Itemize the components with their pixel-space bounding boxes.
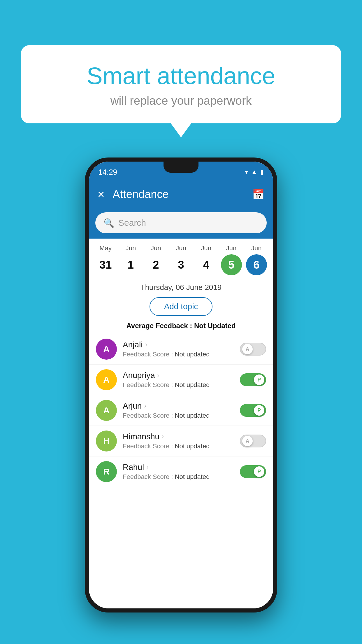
student-feedback: Feedback Score : Not updated (123, 381, 234, 389)
cal-month-label: Jun (226, 244, 236, 252)
calendar-day-31[interactable]: May31 (95, 244, 116, 275)
student-name[interactable]: Rahul › (123, 463, 234, 472)
student-info: Himanshu ›Feedback Score : Not updated (123, 432, 234, 450)
signal-icon: ▲ (251, 168, 257, 176)
student-item: AAnjali ›Feedback Score : Not updatedA (89, 334, 273, 365)
calendar-day-1[interactable]: Jun1 (120, 244, 141, 275)
student-avatar: H (96, 430, 117, 452)
phone-notch (164, 162, 198, 173)
search-bar[interactable]: 🔍 Search (95, 212, 267, 233)
student-item: AAnupriya ›Feedback Score : Not updatedP (89, 365, 273, 395)
calendar-day-3[interactable]: Jun3 (171, 244, 191, 275)
feedback-value: Not updated (175, 442, 210, 450)
student-list: AAnjali ›Feedback Score : Not updatedAAA… (89, 334, 273, 608)
student-avatar: A (96, 339, 117, 360)
attendance-toggle[interactable]: P (240, 373, 266, 386)
close-button[interactable]: × (98, 188, 104, 201)
student-info: Arjun ›Feedback Score : Not updated (123, 401, 234, 419)
toggle-knob: A (242, 344, 253, 354)
phone-frame: 14:29 ▾ ▲ ▮ × Attendance 📅 🔍 (85, 158, 277, 612)
cal-date-number: 2 (145, 254, 166, 275)
student-avatar: R (96, 461, 117, 482)
chevron-icon: › (144, 402, 146, 410)
student-info: Rahul ›Feedback Score : Not updated (123, 463, 234, 481)
student-feedback: Feedback Score : Not updated (123, 412, 234, 419)
feedback-value: Not updated (175, 473, 210, 480)
cal-month-label: May (99, 244, 112, 252)
toggle-knob: P (254, 374, 264, 385)
calendar-day-2[interactable]: Jun2 (145, 244, 166, 275)
search-bar-container: 🔍 Search (89, 209, 273, 239)
add-topic-button[interactable]: Add topic (150, 297, 213, 316)
search-input[interactable]: Search (118, 218, 146, 228)
student-feedback: Feedback Score : Not updated (123, 473, 234, 481)
chevron-icon: › (162, 433, 164, 440)
calendar-icon[interactable]: 📅 (252, 188, 264, 200)
student-avatar: A (96, 369, 117, 390)
cal-month-label: Jun (151, 244, 161, 252)
avg-feedback-label: Average Feedback : (126, 322, 194, 330)
app-bar-title: Attendance (113, 188, 252, 201)
student-name[interactable]: Himanshu › (123, 432, 234, 441)
attendance-toggle[interactable]: A (240, 435, 266, 447)
cal-date-number: 4 (196, 254, 217, 275)
cal-month-label: Jun (251, 244, 261, 252)
avg-feedback-value: Not Updated (194, 322, 236, 330)
selected-date-heading: Thursday, 06 June 2019 (89, 278, 273, 295)
student-name[interactable]: Arjun › (123, 401, 234, 411)
status-time: 14:29 (98, 168, 117, 177)
status-icons: ▾ ▲ ▮ (245, 168, 264, 176)
cal-month-label: Jun (126, 244, 136, 252)
calendar-strip: May31Jun1Jun2Jun3Jun4Jun5Jun6 (89, 239, 273, 278)
speech-bubble-subtitle: will replace your paperwork (38, 94, 324, 107)
student-avatar: A (96, 400, 117, 421)
calendar-day-5[interactable]: Jun5 (221, 244, 242, 275)
toggle-knob: P (254, 405, 264, 416)
student-info: Anupriya ›Feedback Score : Not updated (123, 371, 234, 389)
attendance-toggle[interactable]: P (240, 465, 266, 478)
cal-date-number: 3 (171, 254, 191, 275)
speech-bubble-container: Smart attendance will replace your paper… (21, 45, 341, 123)
attendance-toggle-container: P (240, 373, 266, 386)
cal-date-number: 31 (95, 254, 116, 275)
toggle-knob: A (242, 436, 253, 446)
cal-date-number: 1 (120, 254, 141, 275)
student-feedback: Feedback Score : Not updated (123, 442, 234, 450)
cal-date-number: 5 (221, 254, 242, 275)
student-name[interactable]: Anupriya › (123, 371, 234, 380)
average-feedback: Average Feedback : Not Updated (89, 320, 273, 334)
speech-bubble: Smart attendance will replace your paper… (21, 45, 341, 123)
student-name[interactable]: Anjali › (123, 340, 234, 349)
attendance-toggle-container: A (240, 435, 266, 447)
app-screen: 14:29 ▾ ▲ ▮ × Attendance 📅 🔍 (89, 162, 273, 608)
chevron-icon: › (145, 341, 147, 349)
student-feedback: Feedback Score : Not updated (123, 351, 234, 358)
attendance-toggle-container: P (240, 465, 266, 478)
toggle-knob: P (254, 466, 264, 477)
cal-date-number: 6 (246, 254, 267, 275)
student-info: Anjali ›Feedback Score : Not updated (123, 340, 234, 358)
wifi-icon: ▾ (245, 168, 248, 176)
attendance-toggle-container: A (240, 343, 266, 356)
attendance-toggle-container: P (240, 404, 266, 417)
speech-bubble-title: Smart attendance (38, 63, 324, 89)
cal-month-label: Jun (201, 244, 211, 252)
phone-screen: 14:29 ▾ ▲ ▮ × Attendance 📅 🔍 (89, 162, 273, 608)
attendance-toggle[interactable]: A (240, 343, 266, 356)
student-item: HHimanshu ›Feedback Score : Not updatedA (89, 426, 273, 456)
feedback-value: Not updated (175, 381, 210, 388)
phone-device: 14:29 ▾ ▲ ▮ × Attendance 📅 🔍 (85, 158, 277, 612)
attendance-toggle[interactable]: P (240, 404, 266, 417)
add-topic-container: Add topic (89, 295, 273, 320)
app-bar: × Attendance 📅 (89, 180, 273, 209)
calendar-day-4[interactable]: Jun4 (196, 244, 217, 275)
feedback-value: Not updated (175, 351, 210, 358)
student-item: AArjun ›Feedback Score : Not updatedP (89, 395, 273, 426)
calendar-day-6[interactable]: Jun6 (246, 244, 267, 275)
battery-icon: ▮ (260, 168, 264, 176)
chevron-icon: › (157, 372, 159, 379)
cal-month-label: Jun (176, 244, 186, 252)
search-icon: 🔍 (103, 218, 114, 228)
feedback-value: Not updated (175, 412, 210, 419)
chevron-icon: › (146, 463, 148, 471)
